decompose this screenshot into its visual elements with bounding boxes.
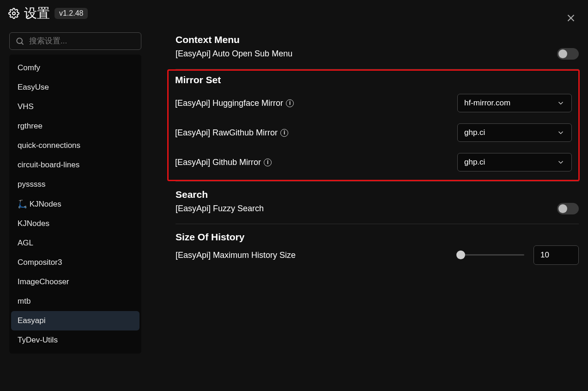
- max-history-input[interactable]: [533, 245, 579, 265]
- hf-mirror-value: hf-mirror.com: [464, 98, 510, 108]
- search-icon: [15, 37, 24, 46]
- chevron-down-icon: [557, 128, 565, 137]
- settings-header: 设置 v1.2.48: [0, 0, 588, 27]
- sidebar-item-compositor3[interactable]: Compositor3: [11, 253, 139, 272]
- main-content: Context Menu [EasyApi] Auto Open Sub Men…: [141, 27, 582, 354]
- auto-open-toggle[interactable]: [557, 48, 579, 60]
- sidebar-list: Comfy EasyUse VHS rgthree quick-connecti…: [9, 55, 141, 354]
- sidebar-item-vhs[interactable]: VHS: [11, 97, 139, 116]
- max-history-slider[interactable]: [459, 254, 524, 256]
- sidebar-item-agl[interactable]: AGL: [11, 233, 139, 253]
- sidebar-item-rgthree[interactable]: rgthree: [11, 116, 139, 136]
- gear-icon: [8, 8, 19, 19]
- section-title-history: Size Of History: [176, 232, 579, 243]
- search-box[interactable]: [9, 32, 141, 50]
- hf-mirror-select[interactable]: hf-mirror.com: [457, 94, 572, 112]
- github-mirror-label-text: [EasyApi] Github Mirror: [175, 158, 261, 167]
- section-title-context: Context Menu: [176, 34, 579, 45]
- rawgithub-mirror-label: [EasyApi] RawGithub Mirror i: [175, 128, 288, 138]
- hf-mirror-label-text: [EasyApi] Huggingface Mirror: [175, 98, 283, 108]
- section-search: Search [EasyApi] Fuzzy Search: [176, 182, 579, 224]
- sidebar: Comfy EasyUse VHS rgthree quick-connecti…: [9, 27, 141, 354]
- chevron-down-icon: [557, 158, 565, 166]
- sidebar-item-easyuse[interactable]: EasyUse: [11, 78, 139, 97]
- close-icon[interactable]: [565, 12, 577, 24]
- sidebar-item-kjnodes[interactable]: KJNodes: [11, 214, 139, 233]
- sidebar-item-kjnodes-emoji[interactable]: 🛴 KJNodes: [11, 194, 139, 214]
- info-icon[interactable]: i: [286, 99, 294, 107]
- hf-mirror-label: [EasyApi] Huggingface Mirror i: [175, 98, 294, 108]
- section-history: Size Of History [EasyApi] Maximum Histor…: [176, 224, 579, 274]
- search-input[interactable]: [29, 37, 135, 46]
- section-title-search: Search: [176, 189, 579, 200]
- info-icon[interactable]: i: [280, 129, 288, 137]
- rawgithub-mirror-select[interactable]: ghp.ci: [457, 123, 572, 142]
- section-context-menu: Context Menu [EasyApi] Auto Open Sub Men…: [176, 27, 579, 69]
- section-mirror-set: Mirror Set [EasyApi] Huggingface Mirror …: [176, 69, 579, 182]
- github-mirror-label: [EasyApi] Github Mirror i: [175, 158, 272, 167]
- version-badge: v1.2.48: [55, 8, 88, 19]
- chevron-down-icon: [557, 99, 565, 107]
- rawgithub-mirror-value: ghp.ci: [464, 128, 485, 137]
- info-icon[interactable]: i: [264, 159, 272, 166]
- svg-point-0: [12, 12, 15, 15]
- rawgithub-mirror-label-text: [EasyApi] RawGithub Mirror: [175, 128, 278, 138]
- sidebar-item-circuit-board-lines[interactable]: circuit-board-lines: [11, 155, 139, 175]
- github-mirror-value: ghp.ci: [464, 158, 485, 167]
- fuzzy-search-label: [EasyApi] Fuzzy Search: [176, 204, 264, 214]
- page-title: 设置: [24, 5, 50, 22]
- sidebar-item-tydev-utils[interactable]: TyDev-Utils: [11, 330, 139, 350]
- auto-open-label: [EasyApi] Auto Open Sub Menu: [176, 49, 292, 59]
- svg-line-4: [22, 43, 24, 45]
- section-title-mirror: Mirror Set: [175, 74, 572, 86]
- fuzzy-search-toggle[interactable]: [557, 203, 579, 214]
- sidebar-item-pysssss[interactable]: pysssss: [11, 175, 139, 194]
- github-mirror-select[interactable]: ghp.ci: [457, 153, 572, 171]
- sidebar-item-imagechooser[interactable]: ImageChooser: [11, 272, 139, 292]
- sidebar-item-easyapi[interactable]: Easyapi: [11, 311, 139, 330]
- max-history-label: [EasyApi] Maximum History Size: [176, 250, 296, 260]
- svg-point-3: [17, 38, 22, 43]
- sidebar-item-mtb[interactable]: mtb: [11, 292, 139, 311]
- slider-thumb[interactable]: [456, 250, 465, 259]
- sidebar-item-quick-connections[interactable]: quick-connections: [11, 136, 139, 155]
- sidebar-item-comfy[interactable]: Comfy: [11, 58, 139, 78]
